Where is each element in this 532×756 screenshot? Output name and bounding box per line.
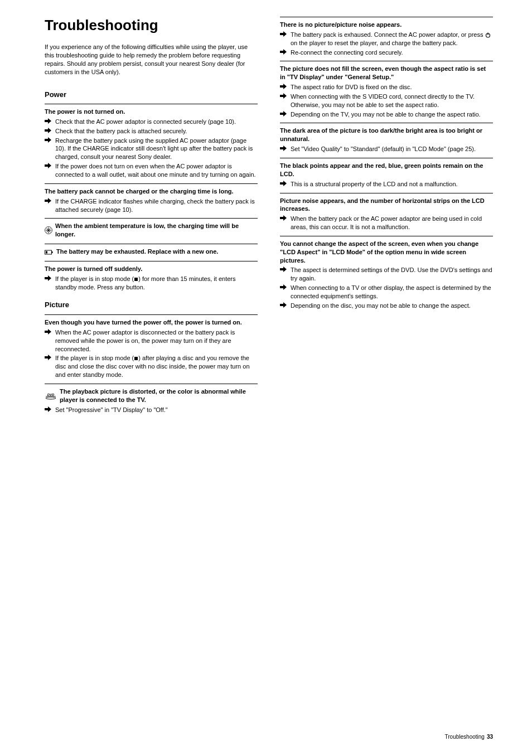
svg-rect-9 — [134, 357, 138, 360]
troubleshooting-entry: There is no picture/picture noise appear… — [280, 17, 493, 61]
arrow-icon — [280, 180, 288, 186]
bullet-text: When the battery pack or the AC power ad… — [291, 215, 493, 231]
bullet-text: When connecting with the S VIDEO cord, c… — [291, 93, 493, 109]
troubleshooting-entry: When the ambient temperature is low, the… — [45, 218, 258, 244]
dvd-icon: DVD — [45, 392, 57, 400]
troubleshooting-entry: Even though you have turned the power of… — [45, 314, 258, 384]
footer-label: Troubleshooting — [445, 733, 485, 741]
bullet-text: If the player is in stop mode () for mor… — [55, 275, 258, 292]
solution-bullet: If the power does not turn on even when … — [45, 162, 258, 179]
bullet-text: The aspect ratio for DVD is fixed on the… — [291, 83, 493, 91]
arrow-icon — [280, 49, 288, 55]
solution-bullet: Check that the battery pack is attached … — [45, 127, 258, 135]
solution-bullet: When connecting with the S VIDEO cord, c… — [280, 93, 493, 109]
troubleshooting-entry: The black points appear and the red, blu… — [280, 158, 493, 193]
entry-heading: The dark area of the picture is too dark… — [280, 127, 493, 143]
troubleshooting-entry: The picture does not fill the screen, ev… — [280, 61, 493, 123]
stop-icon — [134, 356, 138, 361]
solution-bullet: Set "Video Quality" to "Standard" (defau… — [280, 145, 493, 153]
entry-heading: The power is turned off suddenly. — [45, 265, 258, 273]
solution-bullet: When connecting to a TV or other display… — [280, 284, 493, 301]
bullet-text: If the CHARGE indicator flashes while ch… — [55, 197, 258, 214]
solution-bullet: If the player is in stop mode () after p… — [45, 354, 258, 379]
entry-heading: You cannot change the aspect of the scre… — [280, 240, 493, 265]
arrow-icon — [45, 118, 52, 124]
arrow-icon — [280, 215, 288, 221]
troubleshooting-entry: The battery pack cannot be charged or th… — [45, 183, 258, 219]
bullet-text: Recharge the battery pack using the supp… — [55, 137, 258, 162]
entry-heading: DVDThe playback picture is distorted, or… — [45, 387, 258, 404]
section-power: Power — [45, 90, 258, 100]
svg-rect-8 — [134, 278, 138, 281]
solution-bullet: Check that the AC power adaptor is conne… — [45, 118, 258, 126]
bullet-text: If the player is in stop mode () after p… — [55, 354, 258, 379]
solution-bullet: The battery pack is exhaused. Connect th… — [280, 31, 493, 47]
arrow-icon — [45, 354, 52, 360]
bullet-text: Depending on the TV, you may not be able… — [291, 110, 493, 119]
svg-point-10 — [46, 397, 56, 399]
solution-bullet: The aspect ratio for DVD is fixed on the… — [280, 83, 493, 91]
svg-rect-6 — [52, 251, 53, 253]
arrow-icon — [280, 110, 288, 117]
section-picture: Picture — [45, 300, 258, 310]
solution-bullet: Recharge the battery pack using the supp… — [45, 137, 258, 162]
power-icon — [485, 32, 491, 38]
bullet-text: Re-connect the connecting cord securely. — [291, 49, 493, 57]
bullet-text: Set "Video Quality" to "Standard" (defau… — [291, 145, 493, 153]
troubleshooting-entry: The dark area of the picture is too dark… — [280, 123, 493, 158]
solution-bullet: When the AC power adaptor is disconnecte… — [45, 328, 258, 353]
svg-rect-7 — [46, 251, 47, 253]
solution-bullet: The aspect is determined settings of the… — [280, 266, 493, 283]
battery-icon — [45, 249, 54, 255]
solution-bullet: This is a structural property of the LCD… — [280, 180, 493, 188]
stop-icon — [134, 277, 138, 282]
solution-bullet: Set "Progressive" in "TV Display" to "Of… — [45, 406, 258, 414]
bullet-text: This is a structural property of the LCD… — [291, 180, 493, 188]
arrow-icon — [280, 83, 288, 89]
entry-heading: The power is not turned on. — [45, 108, 258, 116]
solution-bullet: Depending on the TV, you may not be able… — [280, 110, 493, 119]
entry-heading: The black points appear and the red, blu… — [280, 162, 493, 178]
arrow-icon — [45, 406, 52, 412]
svg-text:DVD: DVD — [47, 393, 55, 396]
entry-heading: Even though you have turned the power of… — [45, 318, 258, 327]
entry-heading: There is no picture/picture noise appear… — [280, 21, 493, 29]
arrow-icon — [280, 31, 288, 37]
troubleshooting-entry: The battery may be exhausted. Replace wi… — [45, 244, 258, 261]
entry-heading: The picture does not fill the screen, ev… — [280, 65, 493, 81]
solution-bullet: If the player is in stop mode () for mor… — [45, 275, 258, 292]
bullet-text: If the power does not turn on even when … — [55, 162, 258, 179]
troubleshooting-entry: The power is not turned on.Check that th… — [45, 104, 258, 183]
page-number: 33 — [487, 733, 493, 741]
troubleshooting-entry: Picture noise appears, and the number of… — [280, 193, 493, 236]
arrow-icon — [280, 302, 288, 308]
arrow-icon — [280, 93, 288, 99]
solution-bullet: Depending on the disc, you may not be ab… — [280, 302, 493, 310]
bullet-text: Depending on the disc, you may not be ab… — [291, 302, 493, 310]
bullet-text: When the AC power adaptor is disconnecte… — [55, 328, 258, 353]
entry-heading: The battery may be exhausted. Replace wi… — [45, 248, 258, 256]
arrow-icon — [45, 127, 52, 133]
solution-bullet: When the battery pack or the AC power ad… — [280, 215, 493, 231]
arrow-icon — [45, 197, 52, 203]
troubleshooting-entry: The power is turned off suddenly.If the … — [45, 261, 258, 296]
bullet-text: Set "Progressive" in "TV Display" to "Of… — [55, 406, 258, 414]
entry-heading: The battery pack cannot be charged or th… — [45, 187, 258, 196]
page-title: Troubleshooting — [45, 17, 258, 34]
arrow-icon — [45, 275, 52, 281]
bullet-text: When connecting to a TV or other display… — [291, 284, 493, 301]
arrow-icon — [45, 328, 52, 335]
entry-heading: When the ambient temperature is low, the… — [45, 222, 258, 239]
bullet-text: Check that the AC power adaptor is conne… — [55, 118, 258, 126]
troubleshooting-entry: You cannot change the aspect of the scre… — [280, 236, 493, 314]
arrow-icon — [45, 137, 52, 143]
bullet-text: The aspect is determined settings of the… — [291, 266, 493, 283]
solution-bullet: Re-connect the connecting cord securely. — [280, 49, 493, 57]
snow-icon — [45, 226, 52, 234]
arrow-icon — [280, 284, 288, 290]
intro-text: If you experience any of the following d… — [45, 43, 258, 76]
bullet-text: Check that the battery pack is attached … — [55, 127, 258, 135]
troubleshooting-entry: DVDThe playback picture is distorted, or… — [45, 384, 258, 419]
solution-bullet: If the CHARGE indicator flashes while ch… — [45, 197, 258, 214]
entry-heading: Picture noise appears, and the number of… — [280, 197, 493, 214]
